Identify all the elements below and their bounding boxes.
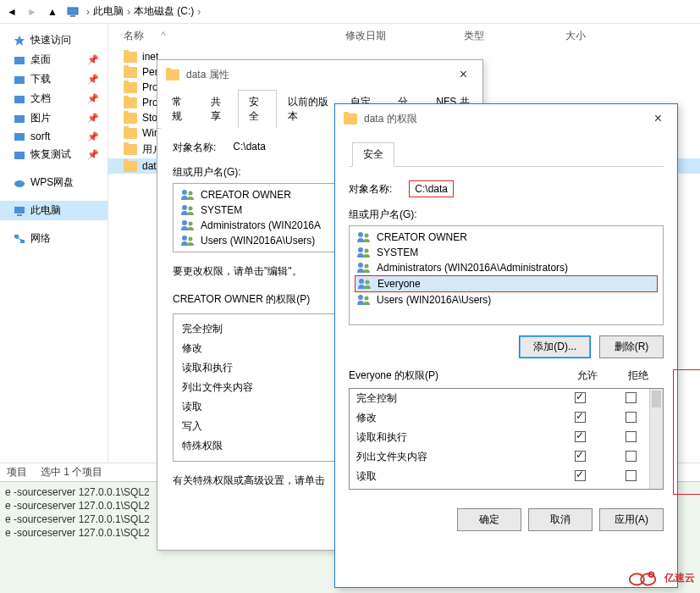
svg-rect-7 bbox=[14, 133, 25, 141]
allow-checkbox[interactable] bbox=[575, 392, 586, 403]
perm-label: 修改 bbox=[356, 411, 554, 425]
user-name: Users (WIN2016A\Users) bbox=[377, 294, 491, 306]
deny-checkbox[interactable] bbox=[626, 470, 637, 481]
sidebar-item-label: 桌面 bbox=[30, 53, 51, 67]
column-headers[interactable]: 名称^ 修改日期 类型 大小 bbox=[108, 24, 700, 49]
pin-icon: 📌 bbox=[87, 74, 99, 85]
add-button[interactable]: 添加(D)... bbox=[519, 335, 591, 358]
cloud-logo-icon bbox=[627, 568, 659, 588]
tab-security[interactable]: 安全 bbox=[352, 142, 394, 167]
user-item[interactable]: Everyone bbox=[355, 275, 658, 292]
cancel-button[interactable]: 取消 bbox=[528, 508, 593, 531]
this-pc[interactable]: 此电脑 bbox=[0, 201, 107, 220]
object-name-label: 对象名称: bbox=[173, 141, 216, 155]
back-icon[interactable]: ◄ bbox=[5, 5, 19, 19]
deny-checkbox[interactable] bbox=[626, 451, 637, 462]
deny-checkbox[interactable] bbox=[626, 392, 637, 403]
col-date[interactable]: 修改日期 bbox=[345, 29, 464, 43]
sidebar-item-label: 图片 bbox=[30, 111, 51, 125]
sidebar-item[interactable]: 桌面📌 bbox=[0, 50, 107, 69]
quick-access[interactable]: 快速访问 bbox=[0, 30, 107, 50]
svg-marker-2 bbox=[14, 36, 25, 46]
folder-icon bbox=[124, 82, 137, 93]
deny-checkbox[interactable] bbox=[626, 431, 637, 442]
object-name-value: C:\data bbox=[409, 180, 454, 197]
object-name-label: 对象名称: bbox=[349, 182, 392, 197]
col-size[interactable]: 大小 bbox=[565, 29, 633, 43]
breadcrumb[interactable]: › 此电脑 › 本地磁盘 (C:) › bbox=[86, 4, 201, 19]
user-item[interactable]: Administrators (WIN2016A\Administrators) bbox=[355, 260, 658, 275]
network[interactable]: 网络 bbox=[0, 229, 107, 248]
users-icon bbox=[356, 294, 372, 306]
folder-icon bbox=[124, 144, 137, 155]
network-label: 网络 bbox=[30, 231, 51, 246]
sidebar-item-label: sorft bbox=[30, 130, 50, 142]
user-item[interactable]: SYSTEM bbox=[355, 245, 658, 260]
watermark: 亿速云 bbox=[627, 568, 695, 588]
up-icon[interactable]: ▲ bbox=[46, 5, 59, 19]
sidebar-item[interactable]: 文档📌 bbox=[0, 89, 107, 108]
dialog-title: data 属性 bbox=[186, 68, 229, 82]
users-icon bbox=[180, 219, 196, 231]
forward-icon[interactable]: ► bbox=[25, 5, 39, 19]
svg-point-31 bbox=[358, 295, 363, 300]
sidebar-item-label: 恢复测试 bbox=[30, 147, 71, 162]
permission-row: 完全控制 bbox=[350, 389, 663, 408]
user-item[interactable]: CREATOR OWNER bbox=[355, 230, 658, 245]
breadcrumb-drive[interactable]: 本地磁盘 (C:) bbox=[134, 4, 194, 19]
permission-row: 读取 bbox=[350, 467, 663, 486]
chevron-right-icon: › bbox=[86, 6, 90, 18]
remove-button[interactable]: 删除(R) bbox=[599, 335, 664, 358]
svg-rect-0 bbox=[68, 8, 78, 14]
perm-label: 列出文件夹内容 bbox=[356, 450, 554, 464]
users-icon bbox=[357, 278, 372, 290]
user-name: SYSTEM bbox=[201, 204, 242, 216]
allow-checkbox[interactable] bbox=[575, 412, 586, 423]
svg-point-27 bbox=[358, 263, 363, 268]
allow-checkbox[interactable] bbox=[575, 451, 586, 462]
status-items: 项目 bbox=[7, 465, 27, 479]
col-type[interactable]: 类型 bbox=[464, 29, 565, 43]
users-listbox[interactable]: CREATOR OWNERSYSTEMAdministrators (WIN20… bbox=[349, 225, 664, 325]
dialog-titlebar[interactable]: data 的权限 × bbox=[335, 104, 677, 133]
apply-button[interactable]: 应用(A) bbox=[599, 508, 664, 531]
chevron-right-icon: › bbox=[197, 6, 201, 18]
deny-checkbox[interactable] bbox=[626, 412, 637, 423]
sidebar-item[interactable]: 图片📌 bbox=[0, 108, 107, 128]
pin-icon: 📌 bbox=[87, 54, 99, 65]
close-icon[interactable]: × bbox=[453, 67, 474, 82]
tab[interactable]: 常规 bbox=[161, 90, 200, 129]
close-icon[interactable]: × bbox=[648, 111, 669, 126]
user-item[interactable]: Users (WIN2016A\Users) bbox=[355, 292, 658, 308]
sidebar-item[interactable]: sorft📌 bbox=[0, 128, 107, 145]
pin-icon: 📌 bbox=[87, 149, 99, 160]
folder-icon bbox=[14, 149, 25, 161]
users-icon bbox=[180, 235, 196, 247]
cloud-icon bbox=[14, 177, 25, 189]
breadcrumb-pc[interactable]: 此电脑 bbox=[93, 4, 124, 19]
permissions-table[interactable]: 完全控制 修改 读取和执行 列出文件夹内容 读取 bbox=[349, 388, 664, 490]
sidebar-item[interactable]: 恢复测试📌 bbox=[0, 145, 107, 164]
svg-point-29 bbox=[359, 279, 364, 284]
pc-icon bbox=[14, 205, 25, 217]
perm-label: 读取 bbox=[356, 469, 554, 484]
svg-rect-12 bbox=[14, 235, 19, 238]
ok-button[interactable]: 确定 bbox=[457, 508, 521, 531]
user-name: Everyone bbox=[378, 278, 421, 290]
user-name: CREATOR OWNER bbox=[201, 189, 291, 201]
svg-point-19 bbox=[182, 220, 187, 225]
tab[interactable]: 以前的版本 bbox=[277, 90, 340, 129]
svg-point-26 bbox=[365, 249, 369, 253]
folder-icon bbox=[124, 161, 137, 172]
sidebar-item[interactable]: 下载📌 bbox=[0, 69, 107, 89]
svg-rect-3 bbox=[14, 57, 25, 64]
dialog-titlebar[interactable]: data 属性 × bbox=[157, 60, 482, 89]
tab[interactable]: 安全 bbox=[238, 90, 277, 129]
col-name[interactable]: 名称 bbox=[124, 30, 144, 42]
allow-checkbox[interactable] bbox=[575, 431, 586, 442]
tab[interactable]: 共享 bbox=[200, 90, 239, 129]
allow-checkbox[interactable] bbox=[575, 470, 586, 481]
scrollbar[interactable] bbox=[649, 389, 663, 489]
desktop-icon bbox=[14, 54, 25, 66]
wps-disk[interactable]: WPS网盘 bbox=[0, 173, 107, 192]
